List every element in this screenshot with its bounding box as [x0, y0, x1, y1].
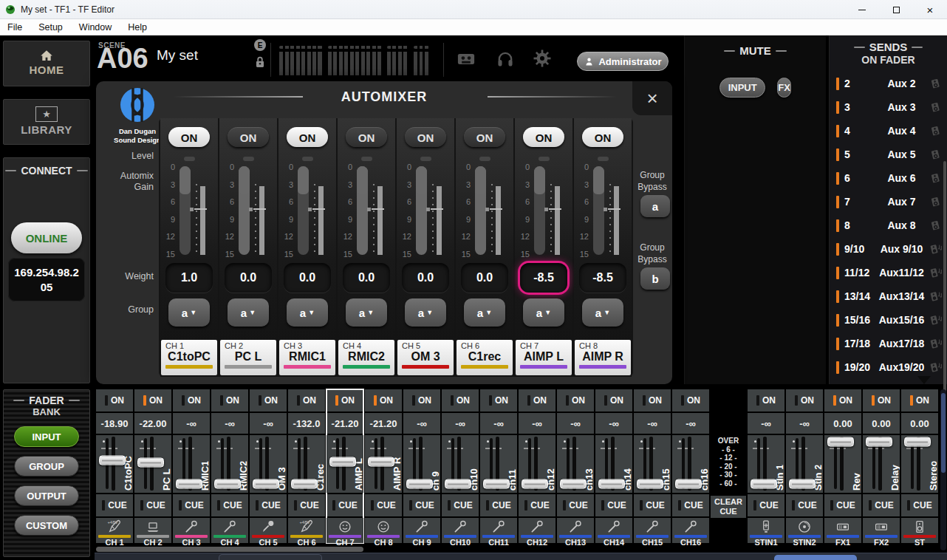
fader-thumb[interactable]	[560, 479, 587, 488]
channel-footer[interactable]: CH11	[480, 518, 517, 543]
fader-thumb[interactable]	[176, 479, 202, 488]
cue-button[interactable]: CUE	[519, 494, 555, 516]
sidebar-item-library[interactable]: ★ LIBRARY	[3, 99, 90, 145]
cue-button[interactable]: CUE	[863, 494, 900, 516]
headphones-icon[interactable]	[494, 49, 516, 69]
fader-thumb[interactable]	[827, 437, 854, 447]
channel-on-button[interactable]: ON	[748, 389, 784, 412]
sends-list-item[interactable]: 9/10 Aux 9/10	[830, 237, 947, 261]
channel-footer[interactable]: CH14	[595, 518, 632, 543]
group-select[interactable]: a▼	[287, 298, 328, 327]
fader-bank-button[interactable]: INPUT	[14, 426, 79, 447]
cue-button[interactable]: CUE	[786, 494, 823, 516]
online-button[interactable]: ONLINE	[11, 222, 82, 253]
automix-on-button[interactable]: ON	[287, 127, 328, 147]
group-select[interactable]: a▼	[228, 298, 269, 327]
channel-on-button[interactable]: ON	[442, 389, 479, 412]
channel-on-button[interactable]: ON	[96, 389, 133, 412]
automix-on-button[interactable]: ON	[228, 127, 269, 147]
cue-button[interactable]: CUE	[748, 494, 784, 516]
fader-strip[interactable]: ON -22.00 PC L CUE CH 2	[134, 389, 171, 543]
fader-strip[interactable]: ON -∞ StIn 1 CUE STIN1	[748, 389, 784, 543]
fader-strip[interactable]: ON -21.20 AIMP R CUE CH 8	[365, 389, 402, 543]
maximize-button[interactable]	[879, 0, 913, 19]
fader-thumb[interactable]	[214, 479, 241, 488]
menu-item[interactable]: Help	[128, 22, 147, 33]
weight-value[interactable]: 0.0	[284, 263, 331, 293]
fader-thumb[interactable]	[751, 479, 777, 488]
sends-list-item[interactable]: 3 Aux 3	[830, 95, 947, 119]
fader-bank-button[interactable]: CUSTOM	[14, 515, 79, 536]
channel-footer[interactable]: CH13	[557, 518, 594, 543]
channel-on-button[interactable]: ON	[863, 389, 900, 412]
channel-on-button[interactable]: ON	[786, 389, 823, 412]
sends-list-item[interactable]: 13/14 Aux13/14	[830, 284, 947, 308]
sidebar-item-home[interactable]: HOME	[3, 41, 90, 86]
cue-button[interactable]: CUE	[557, 494, 594, 516]
weight-value[interactable]: 0.0	[343, 263, 390, 293]
gear-icon[interactable]	[531, 47, 553, 69]
sends-list-item[interactable]: 15/16 Aux15/16	[830, 308, 947, 332]
weight-value[interactable]: 1.0	[165, 263, 213, 293]
fader-thumb[interactable]	[291, 479, 318, 488]
channel-footer[interactable]: CH 8	[365, 518, 402, 543]
channel-footer[interactable]: CH 1	[96, 518, 133, 543]
sends-list-item[interactable]: 5 Aux 5	[830, 143, 947, 166]
user-button[interactable]: Administrator	[577, 52, 669, 71]
vertical-scrollbar-thumb[interactable]	[941, 393, 946, 473]
fader-thumb[interactable]	[445, 479, 471, 488]
fader-thumb[interactable]	[368, 457, 394, 466]
fader-thumb[interactable]	[329, 457, 356, 466]
channel-footer[interactable]: CH 4	[211, 518, 248, 543]
channel-footer[interactable]: CH 5	[250, 518, 287, 543]
cue-button[interactable]: CUE	[288, 494, 325, 516]
cue-button[interactable]: CUE	[824, 494, 861, 516]
minimize-button[interactable]	[845, 0, 879, 19]
bottom-tab-handle[interactable]	[219, 554, 322, 560]
cue-button[interactable]: CUE	[173, 494, 210, 516]
fader-thumb[interactable]	[483, 479, 510, 488]
cue-button[interactable]: CUE	[634, 494, 671, 516]
cue-button[interactable]: CUE	[442, 494, 479, 516]
sends-list-item[interactable]: 7 Aux 7	[830, 190, 947, 214]
channel-on-button[interactable]: ON	[595, 389, 632, 412]
fader-strip[interactable]: ON 0.00 Delay CUE FX2	[863, 389, 900, 543]
channel-name-plate[interactable]: CH 3 RMIC1	[279, 340, 335, 375]
channel-on-button[interactable]: ON	[672, 389, 709, 412]
channel-on-button[interactable]: ON	[519, 389, 555, 412]
channel-footer[interactable]: CH 9	[403, 518, 440, 543]
fader-strip[interactable]: ON -∞ OM 3 CUE CH 5	[250, 389, 287, 543]
cue-button[interactable]: CUE	[672, 494, 709, 516]
fader-strip[interactable]: ON -∞ ch 9 CUE CH 9	[403, 389, 440, 543]
sends-list-item[interactable]: 11/12 Aux11/12	[830, 261, 947, 284]
cue-button[interactable]: CUE	[480, 494, 517, 516]
channel-on-button[interactable]: ON	[365, 389, 402, 412]
cue-button[interactable]: CUE	[211, 494, 248, 516]
cue-button[interactable]: CUE	[595, 494, 632, 516]
channel-name-plate[interactable]: CH 1 C1toPC	[161, 340, 217, 375]
fader-thumb[interactable]	[137, 458, 164, 468]
channel-on-button[interactable]: ON	[901, 389, 938, 412]
sends-list-item[interactable]: 2 Aux 2	[830, 72, 947, 95]
weight-value[interactable]: -8.5	[520, 263, 567, 293]
fader-strip[interactable]: ON -∞ ch10 CUE CH10	[442, 389, 479, 543]
automix-on-button[interactable]: ON	[582, 127, 623, 147]
sends-scrollbar[interactable]	[943, 161, 946, 412]
fader-strip[interactable]: ON -21.20 AIMP L CUE CH 7	[327, 389, 363, 543]
automix-on-button[interactable]: ON	[464, 127, 505, 147]
fader-thumb[interactable]	[99, 456, 126, 465]
sends-list-item[interactable]: 4 Aux 4	[830, 119, 947, 143]
channel-footer[interactable]: CH 3	[173, 518, 210, 543]
cue-button[interactable]: CUE	[134, 494, 171, 516]
cue-button[interactable]: CUE	[327, 494, 363, 516]
automix-on-button[interactable]: ON	[168, 127, 210, 147]
vertical-scrollbar[interactable]	[940, 389, 946, 550]
channel-on-button[interactable]: ON	[250, 389, 287, 412]
clear-cue-button[interactable]: CLEARCUE	[711, 496, 746, 518]
menu-item[interactable]: File	[7, 22, 22, 33]
fader-strip[interactable]: ON -18.90 C1toPC CUE CH 1	[96, 389, 133, 543]
channel-footer[interactable]: STIN2	[786, 518, 823, 543]
channel-on-button[interactable]: ON	[288, 389, 325, 412]
horizontal-scrollbar[interactable]	[96, 547, 363, 552]
cue-button[interactable]: CUE	[403, 494, 440, 516]
